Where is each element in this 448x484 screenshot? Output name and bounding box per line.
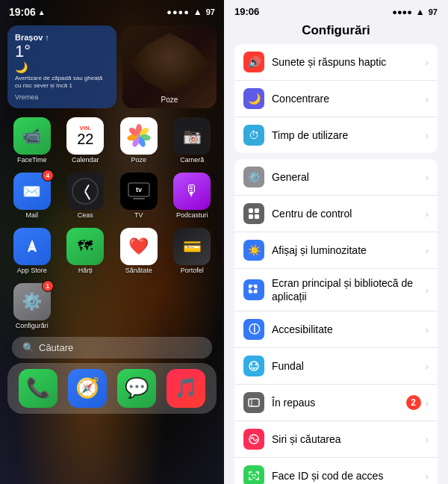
maps-label: Hărți — [78, 267, 93, 274]
svg-text:tv: tv — [136, 186, 142, 193]
health-icon: ❤️ — [120, 228, 158, 265]
svg-rect-16 — [249, 214, 253, 219]
settings-icon: ⚙️ 1 — [13, 283, 51, 320]
app-calendar[interactable]: VIN. 22 Calendar — [61, 117, 111, 164]
settings-section-1: 🔊 Sunete și răspuns haptic › 🌙 Concentra… — [234, 44, 438, 153]
health-label: Sănătate — [125, 267, 152, 274]
settings-row-homescreen[interactable]: Ecran principal și bibliotecă de aplicaț… — [234, 269, 438, 311]
app-photos[interactable]: Poze — [114, 117, 164, 164]
siri-svg — [248, 433, 260, 445]
maps-icon: 🗺 — [66, 228, 104, 265]
wallet-label: Portofel — [181, 267, 204, 274]
focus-chevron: › — [426, 93, 429, 105]
settings-row-siri[interactable]: Siri și căutarea › — [234, 421, 438, 458]
faceid-chevron: › — [426, 471, 429, 482]
settings-row-focus[interactable]: 🌙 Concentrare › — [234, 81, 438, 117]
dock-music[interactable]: 🎵 — [167, 369, 205, 408]
svg-rect-15 — [255, 208, 259, 213]
dock-phone[interactable]: 📞 — [19, 369, 57, 408]
settings-battery: 97 — [429, 7, 438, 16]
control-center-svg — [248, 208, 260, 220]
settings-section-2: ⚙️ General › Centru de control › — [234, 159, 438, 484]
facetime-icon: 📹 — [13, 117, 51, 155]
appletv-svg: tv — [127, 182, 151, 201]
settings-label: Configurări — [16, 322, 49, 329]
settings-row-sounds[interactable]: 🔊 Sunete și răspuns haptic › — [234, 44, 438, 81]
app-row-3: A App Store 🗺 Hărți ❤️ Sănătate 💳 — [0, 223, 224, 279]
sounds-icon-symbol: 🔊 — [248, 56, 261, 68]
screentime-icon: ⏱ — [243, 125, 264, 146]
app-wallet[interactable]: 💳 Portofel — [168, 228, 217, 274]
screentime-label: Timp de utilizare — [272, 128, 426, 142]
settings-row-control-center[interactable]: Centru de control › — [234, 196, 438, 232]
appstore-svg: A — [22, 236, 43, 257]
accessibility-icon: ⓘ — [243, 319, 264, 340]
control-center-chevron: › — [426, 208, 429, 220]
dock-messages[interactable]: 💬 — [117, 369, 156, 408]
safari-icon: 🧭 — [75, 376, 99, 400]
svg-point-27 — [251, 367, 252, 369]
weather-widget[interactable]: Brașov ↑ 1° 🌙 Avertizare de zăpadă sau g… — [7, 25, 116, 108]
settings-row-screentime[interactable]: ⏱ Timp de utilizare › — [234, 117, 438, 153]
control-center-label: Centru de control — [272, 207, 426, 220]
wallpaper-svg — [248, 360, 260, 372]
svg-rect-29 — [249, 399, 259, 406]
photos-widget[interactable]: Poze — [122, 25, 217, 108]
homescreen-label: Ecran principal și bibliotecă de aplicaț… — [272, 276, 426, 303]
clock-icon — [66, 173, 104, 210]
status-time: 19:06 — [9, 6, 36, 18]
clock-label: Ceas — [78, 211, 93, 219]
general-icon-symbol: ⚙️ — [248, 171, 261, 183]
messages-icon: 💬 — [125, 376, 149, 400]
settings-row-wallpaper[interactable]: Fundal › — [234, 348, 438, 385]
homescreen-svg — [248, 284, 260, 296]
focus-icon-symbol: 🌙 — [248, 93, 261, 105]
battery-level-left: 97 — [206, 7, 215, 16]
empty-slot-1 — [61, 283, 111, 329]
location-icon: ▲ — [38, 8, 46, 16]
app-clock[interactable]: Ceas — [61, 173, 111, 219]
control-center-icon — [243, 203, 264, 224]
calendar-label: Calendar — [72, 156, 99, 164]
app-maps[interactable]: 🗺 Hărți — [61, 228, 111, 274]
settings-row-standby[interactable]: În repaus 2 › — [234, 385, 438, 421]
search-label: Căutare — [39, 342, 73, 353]
standby-badge: 2 — [406, 395, 421, 410]
settings-title: Configurări — [224, 20, 448, 44]
dock-safari[interactable]: 🧭 — [68, 369, 107, 408]
general-chevron: › — [426, 172, 429, 183]
faceid-icon — [243, 465, 264, 484]
settings-row-accessibility[interactable]: ⓘ Accesibilitate › — [234, 311, 438, 348]
app-podcasts[interactable]: 🎙 Podcasturi — [168, 173, 217, 219]
siri-icon — [243, 429, 264, 450]
screentime-chevron: › — [426, 130, 429, 141]
screentime-icon-symbol: ⏱ — [249, 129, 259, 141]
svg-rect-22 — [251, 287, 255, 291]
settings-wifi-icon: ▲ — [416, 7, 425, 17]
svg-rect-9 — [133, 198, 145, 199]
app-camera[interactable]: 📷 Cameră — [168, 117, 217, 164]
search-bar[interactable]: 🔍 Căutare — [12, 337, 212, 359]
app-health[interactable]: ❤️ Sănătate — [114, 228, 164, 274]
app-appstore[interactable]: A App Store — [7, 228, 57, 274]
settings-row-display[interactable]: ☀️ Afișaj și luminozitate › — [234, 232, 438, 269]
settings-row-faceid[interactable]: Face ID și cod de acces › — [234, 458, 438, 484]
sounds-label: Sunete și răspuns haptic — [272, 55, 426, 69]
faceid-label: Face ID și cod de acces — [272, 469, 426, 483]
svg-point-25 — [255, 364, 258, 366]
accessibility-icon-symbol: ⓘ — [249, 323, 260, 337]
settings-list: 🔊 Sunete și răspuns haptic › 🌙 Concentra… — [224, 44, 448, 484]
settings-row-general[interactable]: ⚙️ General › — [234, 159, 438, 196]
app-facetime[interactable]: 📹 FaceTime — [7, 117, 57, 164]
weather-temp: 1° — [15, 42, 109, 61]
app-tv[interactable]: tv TV — [114, 173, 164, 219]
podcasts-label: Podcasturi — [176, 211, 208, 219]
calendar-icon: VIN. 22 — [66, 117, 104, 155]
clock-face — [72, 178, 99, 205]
app-mail[interactable]: ✉️ 4 Mail — [7, 173, 57, 219]
appstore-icon: A — [13, 228, 51, 265]
podcasts-icon: 🎙 — [173, 173, 211, 210]
app-settings[interactable]: ⚙️ 1 Configurări — [7, 283, 57, 329]
general-icon: ⚙️ — [243, 167, 264, 187]
camera-label: Cameră — [180, 156, 204, 164]
